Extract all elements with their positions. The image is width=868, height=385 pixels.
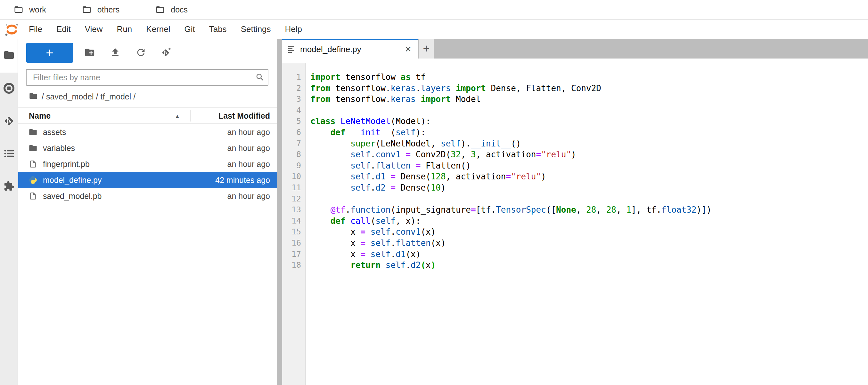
- menu-item-view[interactable]: View: [78, 20, 110, 39]
- file-browser-panel: +: [18, 39, 277, 385]
- sidebar-tab-running-kernels[interactable]: [0, 73, 18, 105]
- upload-icon: [110, 47, 121, 59]
- menu-item-edit[interactable]: Edit: [49, 20, 78, 39]
- file-type-icon: [28, 128, 38, 137]
- code-line: import tensorflow as tf: [310, 72, 868, 83]
- jupyterlab-window: work others docs File Edit View Run Kern…: [0, 0, 868, 385]
- bookmark-item[interactable]: others: [82, 5, 120, 14]
- home-folder-icon: [29, 92, 38, 102]
- code-line: @tf.function(input_signature=[tf.TensorS…: [310, 204, 868, 215]
- git-icon: [3, 115, 15, 128]
- panel-resize-handle[interactable]: [277, 39, 282, 385]
- tab-model-define-py[interactable]: model_define.py ✕: [282, 39, 418, 59]
- file-name: variables: [43, 144, 227, 153]
- code-line: x = self.conv1(x): [310, 226, 868, 238]
- folder-outline-icon: [14, 5, 23, 14]
- bookmark-label: work: [29, 5, 46, 14]
- column-separator: [190, 110, 191, 121]
- code-line: return self.d2(x): [310, 260, 868, 271]
- menu-items: File Edit View Run Kernel Git Tabs Setti…: [22, 20, 309, 39]
- file-filter-input[interactable]: [26, 69, 269, 86]
- bookmark-item[interactable]: docs: [155, 5, 188, 14]
- code-line: x = self.flatten(x): [310, 238, 868, 249]
- file-row[interactable]: variables an hour ago: [18, 140, 277, 156]
- folder-icon: [3, 49, 15, 62]
- line-number: 18: [282, 260, 301, 271]
- folder-outline-icon: [82, 5, 92, 14]
- line-number: 10: [282, 171, 301, 182]
- menu-item-git[interactable]: Git: [177, 20, 202, 39]
- code-line: [310, 105, 868, 116]
- menu-bar: File Edit View Run Kernel Git Tabs Setti…: [0, 20, 868, 39]
- folder-outline-icon: [155, 5, 165, 14]
- sidebar-tab-table-of-contents[interactable]: [0, 138, 18, 170]
- file-filter: [26, 69, 269, 86]
- file-name: saved_model.pb: [43, 191, 227, 201]
- menu-item-help[interactable]: Help: [278, 20, 309, 39]
- breadcrumb[interactable]: / saved_model / tf_model /: [29, 91, 277, 102]
- line-number: 16: [282, 238, 301, 249]
- code-line: def call(self, x):: [310, 215, 868, 227]
- bookmark-label: others: [97, 5, 120, 14]
- column-header-name[interactable]: Name ▲: [18, 111, 190, 120]
- file-name: model_define.py: [43, 176, 215, 185]
- line-number: 5: [282, 116, 301, 127]
- line-number: 9: [282, 160, 301, 171]
- line-number: 3: [282, 94, 301, 105]
- code-line: from tensorflow.keras import Model: [310, 94, 868, 105]
- name-column-label: Name: [29, 111, 175, 120]
- file-modified-time: an hour ago: [227, 128, 277, 137]
- sidebar-tab-file-browser[interactable]: [0, 39, 18, 73]
- text-file-icon: [287, 45, 296, 55]
- upload-button[interactable]: [102, 43, 128, 63]
- line-number: 13: [282, 204, 301, 215]
- sidebar-tab-extensions[interactable]: [0, 170, 18, 203]
- line-number: 2: [282, 83, 301, 94]
- new-launcher-button[interactable]: +: [26, 43, 73, 63]
- code-editor[interactable]: 123456789101112131415161718 import tenso…: [282, 63, 868, 385]
- file-modified-time: an hour ago: [227, 144, 277, 153]
- file-row[interactable]: assets an hour ago: [18, 124, 277, 140]
- puzzle-icon: [3, 181, 14, 193]
- refresh-icon: [135, 47, 146, 59]
- line-number-gutter: 123456789101112131415161718: [282, 63, 306, 385]
- bookmarks-bar: work others docs: [0, 0, 868, 20]
- line-number: 14: [282, 215, 301, 227]
- file-list-header: Name ▲ Last Modified: [18, 107, 277, 124]
- line-number: 6: [282, 127, 301, 138]
- new-folder-icon: [84, 47, 95, 59]
- file-row[interactable]: saved_model.pb an hour ago: [18, 188, 277, 204]
- line-number: 8: [282, 149, 301, 160]
- code-content[interactable]: import tensorflow as tffrom tensorflow.k…: [306, 63, 868, 385]
- menu-item-kernel[interactable]: Kernel: [139, 20, 177, 39]
- menu-item-tabs[interactable]: Tabs: [202, 20, 234, 39]
- breadcrumb-path[interactable]: / saved_model / tf_model /: [42, 92, 135, 101]
- editor-dock: model_define.py ✕ + 12345678910111213141…: [282, 39, 868, 385]
- file-type-icon: [28, 192, 38, 200]
- list-icon: [3, 148, 15, 161]
- code-line: class LeNetModel(Model):: [310, 116, 868, 127]
- file-modified-time: an hour ago: [227, 191, 277, 201]
- code-line: def __init__(self):: [310, 127, 868, 138]
- new-tab-button[interactable]: +: [419, 39, 434, 59]
- new-folder-button[interactable]: [77, 43, 102, 63]
- main-area: +: [0, 39, 868, 385]
- line-number: 1: [282, 72, 301, 83]
- menu-item-file[interactable]: File: [22, 20, 49, 39]
- column-header-last-modified[interactable]: Last Modified: [190, 111, 277, 120]
- git-plus-icon: [160, 46, 173, 60]
- tab-close-button[interactable]: ✕: [403, 44, 413, 55]
- bookmark-item[interactable]: work: [14, 5, 46, 14]
- menu-item-settings[interactable]: Settings: [234, 20, 278, 39]
- file-name: assets: [43, 128, 227, 137]
- code-line: from tensorflow.keras.layers import Dens…: [310, 83, 868, 94]
- menu-item-run[interactable]: Run: [110, 20, 139, 39]
- file-row[interactable]: model_define.py 42 minutes ago: [18, 172, 277, 188]
- editor-toolbar-strip: [282, 59, 868, 63]
- git-init-button[interactable]: [154, 43, 179, 63]
- file-row[interactable]: fingerprint.pb an hour ago: [18, 156, 277, 172]
- code-line: [310, 194, 868, 205]
- refresh-button[interactable]: [128, 43, 154, 63]
- sidebar-tab-git[interactable]: [0, 105, 18, 138]
- code-line: self.conv1 = Conv2D(32, 3, activation="r…: [310, 149, 868, 160]
